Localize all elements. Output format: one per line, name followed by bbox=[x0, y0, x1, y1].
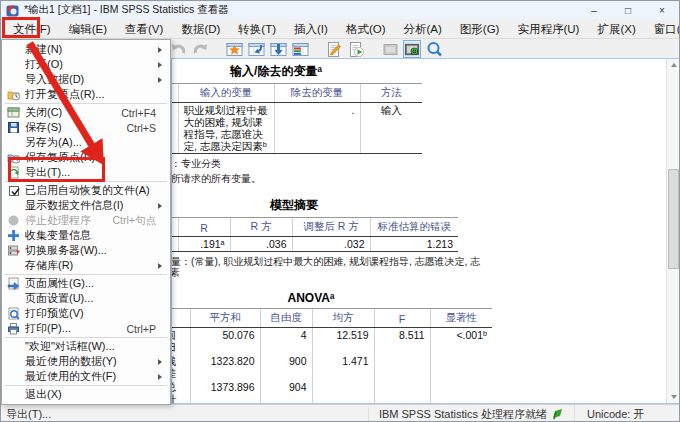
table-cell: 8.511 bbox=[374, 328, 430, 355]
menubar-item-graphs[interactable]: 图形(G) bbox=[451, 19, 509, 39]
table-cell: 职业规划过程中最大的困难, 规划课程指导, 志愿谁决定, 志愿决定因素ᵇ bbox=[178, 103, 274, 154]
menu-item-repository[interactable]: 存储库(R) bbox=[2, 258, 170, 273]
menu-item-print[interactable]: 打印(P)...Ctrl+P bbox=[2, 321, 170, 336]
dialog-recall-icon[interactable] bbox=[225, 40, 243, 58]
pivot-table-1[interactable]: 模型摘要RR 方调整后 R 方标准估算的错误.191ᵃ.036.0321.213… bbox=[171, 197, 680, 278]
table-row: .191ᵃ.036.0321.213 bbox=[171, 237, 458, 252]
pivot-table-0[interactable]: 输入/除去的变量ᵃ输入的变量除去的变量方法职业规划过程中最大的困难, 规划课程指… bbox=[171, 63, 680, 184]
menu-item-label: 导入数据(D) bbox=[25, 72, 84, 87]
menu-item-open-restore-point[interactable]: 打开复原点(R)... bbox=[2, 87, 170, 102]
processor-ready-icon bbox=[552, 408, 564, 420]
table-cell: 4 bbox=[260, 328, 312, 355]
app-icon bbox=[6, 4, 19, 17]
select-last-output-icon[interactable] bbox=[325, 40, 343, 58]
menu-item-label: 关闭(C) bbox=[25, 105, 62, 120]
menu-item-label: 打印(P)... bbox=[25, 321, 71, 336]
scroll-up-arrow[interactable] bbox=[667, 59, 680, 71]
menu-item-page-attributes[interactable]: 页面属性(G)... bbox=[2, 276, 170, 291]
submenu-arrow-icon bbox=[158, 47, 162, 53]
vertical-scrollbar[interactable] bbox=[666, 59, 679, 403]
processor-status: IBM SPSS Statistics 处理程序就绪 bbox=[379, 407, 547, 422]
table: 输入的变量除去的变量方法职业规划过程中最大的困难, 规划课程指导, 志愿谁决定,… bbox=[171, 83, 422, 154]
menu-item-open[interactable]: 打开(O) bbox=[2, 57, 170, 72]
switch-server-icon bbox=[7, 244, 20, 257]
menu-item-save-restore-point[interactable]: 保存复原点(R)... bbox=[2, 150, 170, 165]
close-doc-icon bbox=[7, 106, 20, 119]
menu-item-print-preview[interactable]: 打印预览(V) bbox=[2, 306, 170, 321]
table-cell: 904 bbox=[260, 380, 312, 404]
goto-case-icon[interactable] bbox=[269, 40, 287, 58]
table-cell: 50.076 bbox=[190, 328, 260, 355]
menu-item-exit[interactable]: 退出(X) bbox=[2, 387, 170, 402]
table-cell: 输入 bbox=[360, 103, 422, 154]
menu-item-label: 停止处理程序 bbox=[25, 213, 91, 228]
checkbox-checked-icon bbox=[9, 186, 19, 196]
menubar-item-file[interactable]: 文件(F) bbox=[4, 19, 60, 39]
close-button[interactable]: × bbox=[645, 1, 679, 19]
menu-item-collect-variable-info[interactable]: 收集变量信息 bbox=[2, 228, 170, 243]
variables-icon[interactable] bbox=[291, 40, 309, 58]
table-cell: 900 bbox=[260, 354, 312, 380]
menu-item-switch-server[interactable]: 切换服务器(W)... bbox=[2, 243, 170, 258]
menu-item-display-data-file-info[interactable]: 显示数据文件信息(I) bbox=[2, 198, 170, 213]
table-cell: 总计 bbox=[171, 380, 190, 404]
menubar-item-data[interactable]: 数据(D) bbox=[172, 19, 229, 39]
menu-separator bbox=[5, 385, 167, 386]
menu-item-new[interactable]: 新建(N) bbox=[2, 42, 170, 57]
column-header: F bbox=[374, 309, 430, 328]
menu-separator bbox=[5, 274, 167, 275]
column-header: 自由度 bbox=[260, 309, 312, 328]
menubar-item-transform[interactable]: 转换(T) bbox=[229, 19, 285, 39]
menu-item-export[interactable]: 导出(T)... bbox=[2, 165, 170, 180]
zoom-icon[interactable] bbox=[425, 40, 443, 58]
undo-icon bbox=[169, 40, 187, 58]
column-header: 标准估算的错误 bbox=[370, 218, 458, 237]
table-cell: 1.213 bbox=[370, 237, 458, 252]
menu-item-label: 页面属性(G)... bbox=[25, 276, 94, 291]
scroll-down-arrow[interactable] bbox=[667, 391, 680, 403]
table-cell: <.001ᵇ bbox=[430, 328, 492, 355]
column-header: R bbox=[178, 218, 230, 237]
menubar-item-format[interactable]: 格式(O) bbox=[337, 19, 395, 39]
menubar-item-edit[interactable]: 编辑(E) bbox=[60, 19, 116, 39]
scrollbar-thumb[interactable] bbox=[668, 169, 679, 269]
menu-item-recent-files[interactable]: 最近使用的文件(F) bbox=[2, 369, 170, 384]
menu-item-save[interactable]: 保存(S)Ctrl+S bbox=[2, 120, 170, 135]
menubar-item-extensions[interactable]: 扩展(X) bbox=[588, 19, 644, 39]
menu-item-import-data[interactable]: 导入数据(D) bbox=[2, 72, 170, 87]
run-script-icon[interactable] bbox=[347, 40, 365, 58]
table-row: 残差1323.8209001.471 bbox=[171, 354, 492, 380]
table-cell bbox=[430, 354, 492, 380]
table-footnote: a. 因变量：专业分类 bbox=[171, 158, 430, 169]
menu-item-save-as[interactable]: 另存为(A)... bbox=[2, 135, 170, 150]
print-icon bbox=[7, 322, 20, 335]
minimize-button[interactable]: – bbox=[577, 1, 611, 19]
menu-item-label: 打开(O) bbox=[25, 57, 63, 72]
menu-item-label: 打印预览(V) bbox=[25, 306, 84, 321]
stop-icon bbox=[7, 214, 20, 227]
restore-point-save-icon bbox=[7, 151, 20, 164]
table-cell bbox=[374, 354, 430, 380]
menubar-item-view[interactable]: 查看(V) bbox=[116, 19, 172, 39]
menu-item-label: 保存复原点(R)... bbox=[25, 150, 104, 165]
maximize-button[interactable]: □ bbox=[611, 1, 645, 19]
menu-item-label: 最近使用的数据(Y) bbox=[25, 354, 117, 369]
column-header: 平方和 bbox=[190, 309, 260, 328]
goto-data-icon[interactable] bbox=[247, 40, 265, 58]
menu-item-autorecovery-files[interactable]: 已启用自动恢复的文件(A) bbox=[2, 183, 170, 198]
activate-image-icon[interactable] bbox=[403, 40, 421, 58]
menubar-item-window[interactable]: 窗口(W) bbox=[645, 19, 680, 39]
menu-item-recent-data[interactable]: 最近使用的数据(Y) bbox=[2, 354, 170, 369]
designate-window-icon bbox=[381, 40, 399, 58]
table-cell: 回归 bbox=[171, 328, 190, 355]
menu-item-label: 退出(X) bbox=[25, 387, 62, 402]
table-title: 模型摘要 bbox=[171, 197, 458, 214]
menu-item-page-setup[interactable]: 页面设置(U)... bbox=[2, 291, 170, 306]
menubar-item-utilities[interactable]: 实用程序(U) bbox=[508, 19, 588, 39]
pivot-table-2[interactable]: ANOVAᵃ平方和自由度均方F显著性回归50.076412.5198.511<.… bbox=[171, 291, 680, 404]
table-cell: .032 bbox=[292, 237, 370, 252]
menu-item-close[interactable]: 关闭(C)Ctrl+F4 bbox=[2, 105, 170, 120]
menu-item-welcome-dialog[interactable]: "欢迎"对话框(W)... bbox=[2, 339, 170, 354]
menubar-item-insert[interactable]: 插入(I) bbox=[285, 19, 337, 39]
menubar-item-analyze[interactable]: 分析(A) bbox=[395, 19, 451, 39]
